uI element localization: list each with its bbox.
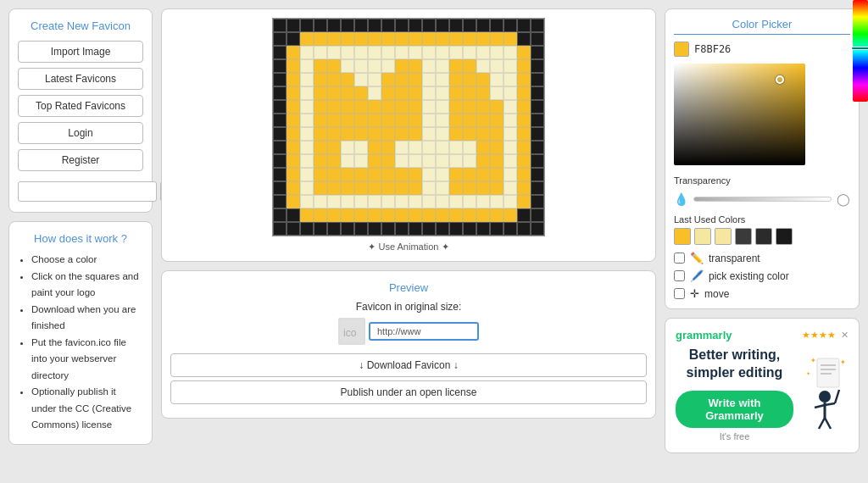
grid-cell[interactable]	[287, 86, 300, 100]
color-swatch-2[interactable]	[715, 228, 732, 245]
grid-cell[interactable]	[300, 59, 314, 73]
grid-cell[interactable]	[476, 127, 490, 141]
grid-cell[interactable]	[368, 46, 381, 59]
favicon-grid[interactable]	[272, 18, 545, 236]
grid-cell[interactable]	[327, 168, 341, 181]
grid-cell[interactable]	[422, 32, 436, 46]
grid-cell[interactable]	[368, 32, 381, 46]
publish-button[interactable]: Publish under an open license	[170, 380, 647, 404]
import-image-button[interactable]: Import Image	[18, 41, 143, 63]
grid-cell[interactable]	[490, 86, 504, 100]
grid-cell[interactable]	[422, 46, 436, 59]
grid-cell[interactable]	[517, 86, 531, 100]
grid-cell[interactable]	[476, 222, 490, 236]
grid-cell[interactable]	[273, 195, 287, 208]
grid-cell[interactable]	[422, 168, 436, 181]
grid-cell[interactable]	[273, 154, 287, 168]
grid-cell[interactable]	[476, 19, 490, 32]
grid-cell[interactable]	[436, 141, 449, 154]
grid-cell[interactable]	[422, 208, 436, 222]
grid-cell[interactable]	[300, 32, 314, 46]
grid-cell[interactable]	[463, 19, 476, 32]
grid-cell[interactable]	[354, 195, 368, 208]
grid-cell[interactable]	[300, 86, 314, 100]
grid-cell[interactable]	[354, 46, 368, 59]
grid-cell[interactable]	[409, 168, 422, 181]
grid-cell[interactable]	[422, 19, 436, 32]
grid-cell[interactable]	[463, 86, 476, 100]
ad-cta-button[interactable]: Write with Grammarly	[676, 391, 793, 428]
grid-cell[interactable]	[517, 19, 531, 32]
grid-cell[interactable]	[314, 195, 327, 208]
grid-cell[interactable]	[395, 127, 409, 141]
grid-cell[interactable]	[422, 86, 436, 100]
grid-cell[interactable]	[409, 141, 422, 154]
grid-cell[interactable]	[504, 168, 517, 181]
latest-favicons-button[interactable]: Latest Favicons	[18, 68, 143, 90]
grid-cell[interactable]	[531, 100, 544, 114]
grid-cell[interactable]	[463, 59, 476, 73]
grid-cell[interactable]	[327, 73, 341, 86]
grid-cell[interactable]	[436, 168, 449, 181]
color-swatch-1[interactable]	[694, 228, 711, 245]
grid-cell[interactable]	[327, 100, 341, 114]
grid-cell[interactable]	[449, 141, 463, 154]
grid-cell[interactable]	[381, 127, 395, 141]
grid-cell[interactable]	[314, 32, 327, 46]
grid-cell[interactable]	[490, 19, 504, 32]
grid-cell[interactable]	[490, 73, 504, 86]
color-swatch-4[interactable]	[755, 228, 772, 245]
grid-cell[interactable]	[463, 114, 476, 127]
grid-cell[interactable]	[531, 19, 544, 32]
top-rated-button[interactable]: Top Rated Favicons	[18, 95, 143, 117]
grid-cell[interactable]	[422, 222, 436, 236]
search-input[interactable]	[18, 181, 157, 202]
grid-cell[interactable]	[381, 141, 395, 154]
grid-cell[interactable]	[449, 168, 463, 181]
grid-cell[interactable]	[409, 86, 422, 100]
grid-cell[interactable]	[341, 181, 354, 195]
grid-cell[interactable]	[368, 114, 381, 127]
grid-cell[interactable]	[314, 127, 327, 141]
grid-cell[interactable]	[273, 222, 287, 236]
grid-cell[interactable]	[354, 32, 368, 46]
download-button[interactable]: ↓ Download Favicon ↓	[170, 353, 647, 377]
grid-cell[interactable]	[476, 100, 490, 114]
grid-cell[interactable]	[490, 46, 504, 59]
grid-cell[interactable]	[341, 222, 354, 236]
color-swatch-3[interactable]	[735, 228, 752, 245]
grid-cell[interactable]	[287, 141, 300, 154]
grid-cell[interactable]	[531, 114, 544, 127]
grid-cell[interactable]	[449, 19, 463, 32]
grid-cell[interactable]	[490, 181, 504, 195]
grid-cell[interactable]	[381, 73, 395, 86]
gradient-square[interactable]	[674, 64, 805, 165]
grid-cell[interactable]	[354, 19, 368, 32]
grid-cell[interactable]	[422, 154, 436, 168]
grid-cell[interactable]	[504, 154, 517, 168]
grid-cell[interactable]	[517, 181, 531, 195]
grid-cell[interactable]	[327, 127, 341, 141]
grid-cell[interactable]	[504, 114, 517, 127]
grid-cell[interactable]	[395, 154, 409, 168]
grid-cell[interactable]	[409, 127, 422, 141]
grid-cell[interactable]	[476, 195, 490, 208]
grid-cell[interactable]	[341, 46, 354, 59]
grid-cell[interactable]	[341, 208, 354, 222]
grid-cell[interactable]	[300, 100, 314, 114]
grid-cell[interactable]	[409, 100, 422, 114]
grid-cell[interactable]	[314, 100, 327, 114]
grid-cell[interactable]	[395, 181, 409, 195]
grid-cell[interactable]	[368, 195, 381, 208]
grid-cell[interactable]	[517, 208, 531, 222]
grid-cell[interactable]	[368, 100, 381, 114]
grid-cell[interactable]	[476, 86, 490, 100]
grid-cell[interactable]	[476, 46, 490, 59]
grid-cell[interactable]	[476, 208, 490, 222]
grid-cell[interactable]	[504, 59, 517, 73]
grid-cell[interactable]	[531, 86, 544, 100]
grid-cell[interactable]	[273, 141, 287, 154]
grid-cell[interactable]	[490, 100, 504, 114]
grid-cell[interactable]	[449, 154, 463, 168]
grid-cell[interactable]	[531, 181, 544, 195]
